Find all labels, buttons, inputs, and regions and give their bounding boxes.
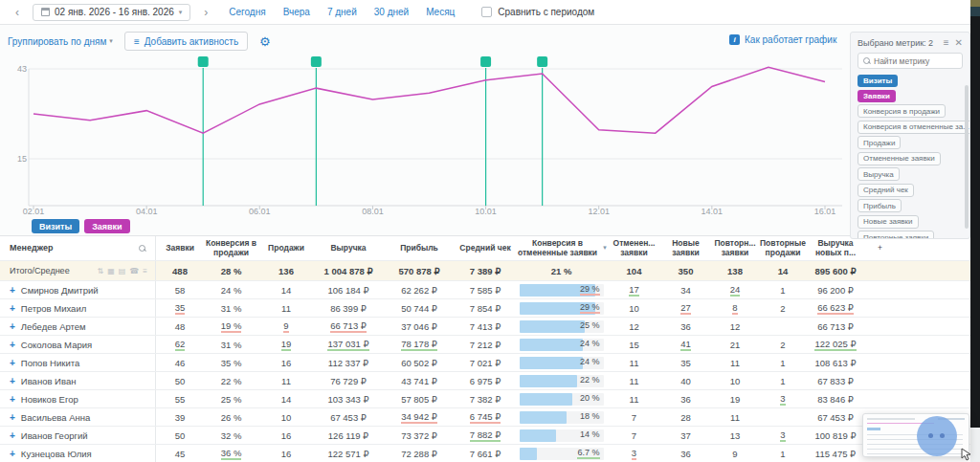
table-cell: 13 [711, 427, 759, 444]
metric-search-input[interactable] [874, 56, 960, 66]
next-period-button[interactable]: › [198, 6, 213, 19]
table-row[interactable]: +Лебедев Артем4819 %966 713 ₽37 046 ₽7 4… [0, 318, 970, 336]
compare-period-checkbox[interactable] [481, 7, 492, 17]
cell-value: 2 [780, 303, 785, 314]
column-header[interactable]: Прибыль [383, 236, 456, 260]
cell-value: 37 046 ₽ [401, 321, 437, 332]
table-cell: 36 [660, 390, 711, 407]
expand-row-button[interactable]: + [10, 449, 15, 459]
activity-marker-flag[interactable] [537, 56, 547, 67]
column-header[interactable]: Конверсия в продажи [204, 236, 258, 260]
table-row[interactable]: +Новиков Егор5525 %14103 343 ₽57 805 ₽7 … [0, 390, 970, 408]
table-row[interactable]: +Петров Михаил3531 %1186 399 ₽50 744 ₽7 … [0, 299, 970, 318]
table-cell: 11 [258, 372, 314, 389]
metric-chip[interactable]: Выручка [858, 167, 900, 181]
list-view-icon[interactable]: ≡ [944, 37, 949, 48]
legend-chip-Визиты[interactable]: Визиты [32, 219, 79, 233]
table-row[interactable]: +Васильева Анна3926 %1067 453 ₽34 942 ₽6… [0, 408, 970, 427]
cell-value: 26 % [221, 412, 242, 423]
expand-row-button[interactable]: + [10, 340, 15, 350]
metric-chip[interactable]: Продажи [858, 136, 901, 149]
expand-row-button[interactable]: + [10, 303, 15, 314]
quick-range-link[interactable]: 30 дней [374, 7, 409, 17]
quick-range-link[interactable]: Месяц [426, 7, 455, 17]
column-header-manager[interactable]: Менеджер [0, 236, 156, 260]
metric-chip-selected[interactable]: Заявки [858, 90, 896, 102]
metric-chip[interactable]: Конверсия в отмененные за... [858, 121, 970, 134]
column-header[interactable]: Заявки [156, 236, 204, 260]
table-row[interactable]: +Кузнецова Юлия4536 %16122 571 ₽72 288 ₽… [0, 445, 970, 462]
phone-icon[interactable]: ☎ [129, 267, 139, 275]
activity-marker-flag[interactable] [480, 56, 491, 67]
cell-value: 16 [281, 358, 292, 368]
column-header[interactable]: Новые заявки [660, 236, 711, 260]
sort-icon[interactable]: ⇅ [98, 267, 104, 275]
screen-preview-thumbnail[interactable] [862, 413, 969, 457]
topbar: ‹ 02 янв. 2026 - 16 янв. 2026 ▾ › Сегодн… [0, 0, 970, 25]
expand-row-button[interactable]: + [10, 394, 15, 405]
table-cell: 67 453 ₽ [807, 408, 864, 426]
metric-chip[interactable]: Конверсия в продажи [858, 104, 946, 118]
table-row[interactable]: +Соколова Мария6231 %19137 031 ₽78 178 ₽… [0, 336, 970, 354]
legend-chip-Заявки[interactable]: Заявки [84, 219, 129, 233]
search-icon[interactable] [139, 245, 145, 252]
column-header[interactable]: Выручка [314, 236, 383, 260]
panel-scrollbar[interactable] [965, 85, 969, 229]
column-header[interactable]: Выручка новых п... [807, 236, 864, 260]
columns-icon[interactable]: ▦ [107, 267, 115, 275]
totals-row[interactable]: Итого/Среднее⇅▦▤☎≡48828 %1361 004 878 ₽5… [0, 261, 970, 281]
date-range-value: 02 янв. 2026 - 16 янв. 2026 [55, 7, 174, 17]
close-icon[interactable]: ✕ [955, 37, 963, 48]
table-cell: 7 212 ₽ [456, 336, 515, 353]
column-header[interactable]: Повторные продажи [759, 236, 807, 260]
how-it-works-link[interactable]: i Как работает график [729, 34, 836, 45]
cell-value: 16 [281, 449, 292, 459]
expand-row-button[interactable]: + [10, 321, 15, 332]
column-header[interactable]: Отменен... заявки [608, 236, 660, 260]
cell-value: 67 833 ₽ [817, 376, 854, 386]
metric-chip[interactable]: Повторные заявки [858, 231, 934, 239]
metric-chip[interactable]: Средний чек [858, 184, 914, 197]
column-header[interactable]: Конверсия в отмененные заявки▼ [515, 236, 608, 260]
metric-chip[interactable]: Новые заявки [858, 215, 919, 229]
search-icon [863, 57, 870, 64]
chart-section: Группировать по дням▾ ≡ Добавить активно… [0, 25, 970, 235]
quick-range-link[interactable]: Сегодня [229, 7, 265, 17]
table-row[interactable]: +Иванов Иван5022 %1176 729 ₽43 741 ₽6 97… [0, 372, 970, 390]
date-range-picker[interactable]: 02 янв. 2026 - 16 янв. 2026 ▾ [33, 4, 190, 21]
table-cell: 28 [660, 408, 711, 426]
expand-row-button[interactable]: + [10, 412, 15, 423]
add-column-button[interactable]: + [864, 236, 970, 260]
table-row[interactable]: +Иванов Георгий5032 %16126 119 ₽73 372 ₽… [0, 427, 970, 445]
expand-row-button[interactable]: + [10, 376, 15, 386]
activity-marker-flag[interactable] [198, 56, 209, 67]
expand-row-button[interactable]: + [10, 285, 15, 296]
table-cell: 7 413 ₽ [456, 318, 515, 335]
prev-period-button[interactable]: ‹ [10, 6, 25, 19]
column-header[interactable]: Продажи [258, 236, 314, 260]
cell-value: 16 [281, 430, 292, 441]
activity-marker-flag[interactable] [311, 56, 322, 67]
quick-range-link[interactable]: 7 дней [327, 7, 357, 17]
quick-range-link[interactable]: Вчера [283, 7, 310, 17]
chart-icon[interactable]: ▤ [119, 267, 126, 275]
expand-row-button[interactable]: + [10, 358, 15, 368]
table-row[interactable]: +Попов Никита4635 %16112 337 ₽60 502 ₽7 … [0, 354, 970, 372]
metric-chip[interactable]: Отмененные заявки [858, 152, 941, 165]
column-header[interactable]: Средний чек [456, 236, 515, 260]
conversion-bar: 25 % [520, 320, 604, 333]
group-by-dropdown[interactable]: Группировать по дням▾ [8, 36, 113, 47]
expand-row-button[interactable]: + [10, 430, 15, 441]
cell-value: 14 [281, 285, 292, 296]
menu-icon[interactable]: ≡ [143, 267, 147, 275]
metric-chip[interactable]: Прибыль [858, 199, 902, 212]
table-row[interactable]: +Смирнов Дмитрий5824 %14106 184 ₽62 262 … [0, 281, 970, 299]
cell-value: 67 453 ₽ [817, 412, 854, 423]
gear-icon[interactable]: ⚙ [259, 35, 271, 48]
cell-value: 28 [680, 412, 691, 423]
table-cell: 31 % [204, 336, 258, 353]
column-header[interactable]: Повторн... заявки [711, 236, 759, 260]
add-activity-button[interactable]: ≡ Добавить активность [124, 32, 248, 51]
metric-chip-selected[interactable]: Визиты [858, 75, 898, 87]
table-cell: 14 % [515, 427, 608, 444]
